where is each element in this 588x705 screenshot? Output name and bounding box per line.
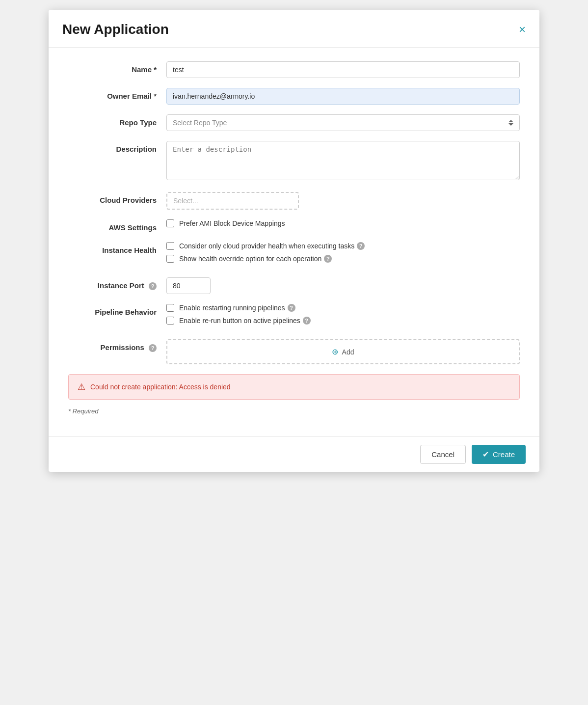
error-box: ⚠ Could not create application: Access i… — [68, 374, 520, 400]
pipeline-rerun-row: Enable re-run button on active pipelines… — [166, 317, 520, 325]
error-icon: ⚠ — [78, 381, 85, 392]
cloud-providers-row: Cloud Providers Select... — [68, 192, 520, 210]
description-input[interactable] — [166, 141, 520, 180]
pipeline-behavior-row: Pipeline Behavior Enable restarting runn… — [68, 304, 520, 329]
new-application-modal: New Application × Name * Owner Email * R… — [49, 10, 539, 472]
pipeline-restart-row: Enable restarting running pipelines ? — [166, 304, 520, 312]
modal-header: New Application × — [49, 10, 539, 48]
name-label: Name * — [68, 61, 166, 74]
cloud-providers-placeholder: Select... — [173, 197, 198, 205]
instance-health-row: Instance Health Consider only cloud prov… — [68, 242, 520, 268]
modal-title: New Application — [62, 22, 169, 37]
add-permission-button[interactable]: ⊕ Add — [332, 347, 354, 356]
instance-port-row: Instance Port ? — [68, 277, 520, 294]
permissions-box: ⊕ Add — [166, 339, 520, 364]
aws-prefer-ami-label: Prefer AMI Block Device Mappings — [179, 219, 285, 227]
name-row: Name * — [68, 61, 520, 78]
pipeline-restart-checkbox[interactable] — [166, 304, 174, 312]
cloud-provider-health-row: Consider only cloud provider health when… — [166, 242, 520, 250]
pipeline-behavior-control: Enable restarting running pipelines ? En… — [166, 304, 520, 329]
health-override-row: Show health override option for each ope… — [166, 255, 520, 263]
cloud-provider-health-label: Consider only cloud provider health when… — [179, 242, 354, 250]
permissions-row: Permissions ? ⊕ Add — [68, 339, 520, 364]
owner-email-row: Owner Email * — [68, 88, 520, 105]
instance-health-control: Consider only cloud provider health when… — [166, 242, 520, 268]
permissions-label: Permissions ? — [68, 339, 166, 352]
error-message: Could not create application: Access is … — [90, 383, 231, 391]
close-button[interactable]: × — [519, 24, 526, 35]
description-row: Description — [68, 141, 520, 182]
name-control — [166, 61, 520, 78]
modal-body: Name * Owner Email * Repo Type Select Re… — [49, 48, 539, 436]
aws-prefer-ami-checkbox[interactable] — [166, 219, 174, 227]
modal-footer: Cancel ✔ Create — [49, 436, 539, 472]
cloud-providers-label: Cloud Providers — [68, 192, 166, 204]
repo-type-row: Repo Type Select Repo Type — [68, 114, 520, 131]
aws-settings-control: Prefer AMI Block Device Mappings — [166, 219, 520, 232]
instance-health-label: Instance Health — [68, 242, 166, 254]
repo-type-label: Repo Type — [68, 114, 166, 127]
health-override-help-icon[interactable]: ? — [324, 255, 332, 263]
pipeline-rerun-checkbox[interactable] — [166, 317, 174, 325]
checkmark-icon: ✔ — [482, 450, 489, 459]
owner-email-control — [166, 88, 520, 105]
repo-type-select[interactable]: Select Repo Type — [166, 114, 520, 131]
cloud-provider-health-help-icon[interactable]: ? — [357, 242, 365, 250]
aws-settings-row: AWS Settings Prefer AMI Block Device Map… — [68, 219, 520, 232]
health-override-checkbox[interactable] — [166, 255, 174, 263]
owner-email-input[interactable] — [166, 88, 520, 105]
cloud-providers-control: Select... — [166, 192, 520, 210]
permissions-control: ⊕ Add — [166, 339, 520, 364]
description-control — [166, 141, 520, 182]
name-input[interactable] — [166, 61, 520, 78]
instance-port-help-icon[interactable]: ? — [149, 282, 157, 290]
instance-port-control — [166, 277, 520, 294]
pipeline-restart-help-icon[interactable]: ? — [288, 304, 295, 312]
permissions-help-icon[interactable]: ? — [149, 344, 157, 352]
pipeline-behavior-label: Pipeline Behavior — [68, 304, 166, 316]
pipeline-restart-label: Enable restarting running pipelines — [179, 304, 285, 312]
description-label: Description — [68, 141, 166, 153]
instance-port-input[interactable] — [166, 277, 211, 294]
pipeline-rerun-label: Enable re-run button on active pipelines — [179, 317, 300, 325]
required-note: * Required — [68, 407, 520, 415]
cloud-providers-select[interactable]: Select... — [166, 192, 299, 210]
plus-icon: ⊕ — [332, 348, 338, 356]
aws-settings-label: AWS Settings — [68, 219, 166, 232]
cancel-button[interactable]: Cancel — [420, 445, 466, 464]
health-override-label: Show health override option for each ope… — [179, 255, 321, 263]
aws-prefer-ami-row: Prefer AMI Block Device Mappings — [166, 219, 520, 227]
pipeline-rerun-help-icon[interactable]: ? — [303, 317, 311, 325]
create-button[interactable]: ✔ Create — [472, 445, 526, 464]
instance-port-label: Instance Port ? — [68, 277, 166, 290]
cloud-provider-health-checkbox[interactable] — [166, 242, 174, 250]
repo-type-control: Select Repo Type — [166, 114, 520, 131]
owner-email-label: Owner Email * — [68, 88, 166, 100]
